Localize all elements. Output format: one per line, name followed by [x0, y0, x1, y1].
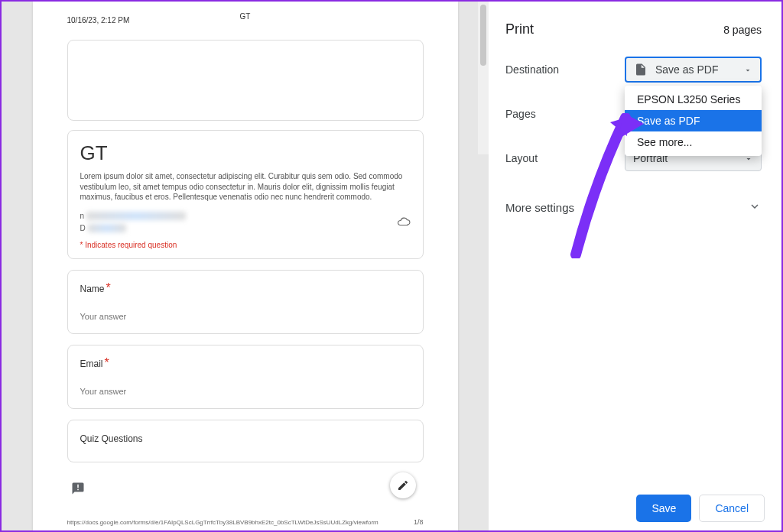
preview-footer-url: https://docs.google.com/forms/d/e/1FAIpQ… [67, 519, 379, 526]
redacted-content: xxxxxxxxxxxxxxxxxxxxxxxxxx [86, 212, 186, 220]
answer-placeholder: Your answer [80, 312, 411, 321]
pages-label: Pages [505, 108, 625, 120]
question-card-name: Name* Your answer [67, 270, 424, 334]
form-title: GT [80, 141, 411, 165]
cancel-button[interactable]: Cancel [699, 495, 765, 522]
print-settings-pane: Print 8 pages Destination Save as PDF EP… [489, 2, 781, 530]
page-count: 8 pages [723, 24, 762, 36]
question-label: Quiz Questions [80, 433, 143, 444]
more-settings-toggle[interactable]: More settings [505, 200, 762, 216]
redacted-line-2: D [80, 224, 86, 232]
destination-option-savepdf[interactable]: Save as PDF [625, 110, 762, 131]
question-card-quiz: Quiz Questions [67, 420, 424, 462]
question-card-email: Email* Your answer [67, 345, 424, 409]
destination-dropdown[interactable]: Save as PDF EPSON L3250 Series Save as P… [625, 57, 762, 83]
edit-fab[interactable] [390, 472, 416, 498]
feedback-icon[interactable] [71, 482, 85, 498]
form-description: Lorem ipsum dolor sit amet, consectetur … [80, 171, 411, 203]
save-button[interactable]: Save [636, 495, 691, 522]
dialog-footer: Save Cancel [489, 486, 781, 530]
destination-row: Destination Save as PDF EPSON L3250 Seri… [505, 56, 762, 83]
required-star: * [105, 356, 109, 369]
scrollbar-thumb[interactable] [480, 5, 486, 66]
pencil-icon [397, 479, 409, 491]
more-settings-label: More settings [505, 201, 574, 214]
destination-option-seemore[interactable]: See more... [625, 131, 762, 153]
preview-header-title: GT [240, 12, 251, 21]
preview-page: 10/16/23, 2:12 PM GT GT Lorem ipsum dolo… [33, 2, 458, 530]
destination-menu: EPSON L3250 Series Save as PDF See more.… [625, 86, 762, 156]
chevron-down-icon [748, 200, 762, 216]
redacted-line-1: n [80, 212, 85, 220]
form-header-card: GT Lorem ipsum dolor sit amet, consectet… [67, 130, 424, 259]
redacted-content-2: xxxxxxxxxx [88, 224, 126, 232]
destination-selected: Save as PDF [655, 63, 718, 76]
answer-placeholder: Your answer [80, 387, 411, 396]
preview-scrollbar[interactable] [478, 2, 489, 154]
destination-option-epson[interactable]: EPSON L3250 Series [625, 89, 762, 110]
required-indicator: * Indicates required question [80, 241, 411, 249]
caret-down-icon [743, 65, 752, 74]
panel-title: Print [505, 21, 534, 37]
question-label: Email [80, 358, 103, 369]
cloud-icon [397, 215, 411, 230]
file-icon [634, 63, 648, 76]
preview-page-indicator: 1/8 [414, 518, 424, 526]
preview-timestamp: 10/16/23, 2:12 PM [67, 16, 130, 24]
form-banner [67, 40, 424, 121]
layout-label: Layout [505, 152, 625, 164]
destination-label: Destination [505, 63, 625, 76]
required-star: * [106, 281, 111, 294]
question-label: Name [80, 284, 105, 294]
print-preview-pane: 10/16/23, 2:12 PM GT GT Lorem ipsum dolo… [2, 2, 489, 530]
